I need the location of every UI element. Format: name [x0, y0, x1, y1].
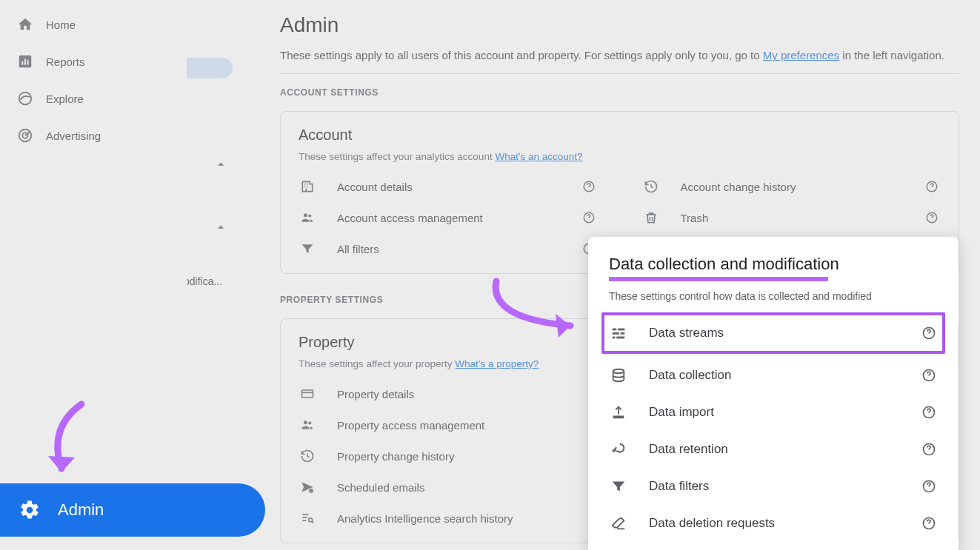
send-clock-icon	[299, 480, 316, 494]
truncated-nav-label: odifica...	[184, 275, 222, 287]
row-label: Data import	[649, 405, 920, 420]
svg-rect-29	[616, 337, 624, 339]
sidebar-item-explore[interactable]: Explore	[0, 80, 187, 117]
streams-icon	[609, 325, 628, 341]
svg-point-8	[304, 213, 307, 217]
trash-row[interactable]: Trash	[642, 202, 941, 233]
data-import-row[interactable]: Data import	[609, 394, 938, 431]
divider	[280, 73, 959, 74]
data-deletion-row[interactable]: Data deletion requests	[609, 505, 938, 542]
row-label: Data deletion requests	[649, 516, 920, 531]
svg-point-9	[308, 215, 311, 218]
row-label: Data filters	[649, 479, 920, 494]
row-label: Account access management	[337, 212, 580, 224]
svg-rect-24	[613, 329, 617, 331]
svg-rect-14	[302, 390, 313, 398]
help-icon[interactable]	[920, 405, 938, 420]
sidebar-item-reports[interactable]: Reports	[0, 43, 187, 80]
sidebar-item-admin[interactable]: Admin	[0, 483, 265, 537]
sidebar: Home Reports Explore Advertising	[0, 0, 187, 550]
history-icon	[642, 179, 660, 194]
database-icon	[609, 367, 628, 383]
row-label: Account change history	[681, 181, 924, 193]
svg-point-31	[613, 369, 624, 374]
svg-rect-27	[621, 332, 625, 335]
svg-rect-26	[613, 332, 619, 335]
svg-rect-1	[21, 61, 23, 65]
sidebar-item-advertising[interactable]: Advertising	[0, 117, 187, 154]
sidebar-item-label: Explore	[46, 93, 84, 105]
help-icon[interactable]	[923, 211, 941, 224]
help-icon[interactable]	[920, 442, 938, 457]
building-icon	[299, 179, 316, 194]
retention-icon	[609, 441, 628, 457]
account-card-title: Account	[299, 127, 941, 144]
page-description: These settings apply to all users of thi…	[280, 49, 959, 61]
trash-icon	[642, 210, 660, 225]
title-underline	[609, 277, 828, 281]
svg-point-17	[308, 422, 311, 425]
eraser-icon	[609, 515, 628, 531]
whats-a-property-link[interactable]: What's a property?	[455, 358, 539, 369]
sidebar-item-label: Home	[46, 19, 76, 31]
help-icon[interactable]	[920, 326, 938, 341]
filter-icon	[609, 478, 628, 494]
account-change-history-row[interactable]: Account change history	[642, 171, 941, 202]
chevron-up-icon[interactable]	[213, 220, 228, 235]
help-icon[interactable]	[920, 479, 938, 494]
account-card-description: These settings affect your analytics acc…	[299, 151, 941, 162]
active-pill-partial	[187, 58, 233, 78]
advertising-icon	[16, 127, 34, 144]
history-icon	[299, 449, 316, 463]
upload-icon	[609, 404, 628, 420]
card-icon	[299, 386, 316, 401]
explore-icon	[16, 90, 34, 107]
page-title: Admin	[280, 13, 959, 37]
popup-title: Data collection and modification	[609, 255, 839, 274]
row-label: Trash	[681, 212, 924, 224]
search-list-icon	[299, 511, 316, 526]
people-icon	[299, 210, 316, 225]
gear-icon	[18, 498, 41, 522]
data-collection-row[interactable]: Data collection	[609, 357, 938, 394]
my-preferences-link[interactable]: My preferences	[763, 49, 839, 61]
row-label: All filters	[337, 243, 580, 255]
help-icon[interactable]	[923, 180, 941, 193]
people-icon	[299, 417, 316, 432]
row-label: Account details	[337, 181, 580, 193]
svg-rect-3	[27, 60, 29, 64]
sidebar-item-home[interactable]: Home	[0, 6, 187, 43]
svg-rect-25	[618, 329, 624, 331]
svg-rect-2	[24, 58, 26, 64]
row-label: Data collection	[649, 368, 920, 383]
sidebar-item-label: Reports	[46, 56, 85, 68]
popup-description: These settings control how data is colle…	[609, 290, 938, 302]
admin-label: Admin	[58, 500, 104, 520]
svg-line-23	[312, 521, 314, 523]
help-icon[interactable]	[920, 368, 938, 383]
whats-an-account-link[interactable]: What's an account?	[495, 151, 582, 162]
row-label: Data streams	[649, 326, 920, 341]
sidebar-item-label: Advertising	[46, 130, 101, 142]
data-collection-popup: Data collection and modification These s…	[588, 237, 959, 550]
help-icon[interactable]	[920, 516, 938, 531]
data-filters-row[interactable]: Data filters	[609, 468, 938, 505]
account-access-row[interactable]: Account access management	[299, 202, 598, 233]
home-icon	[16, 16, 34, 33]
svg-point-16	[304, 420, 307, 424]
row-label: Data retention	[649, 442, 920, 457]
filter-icon	[299, 241, 316, 256]
account-settings-label: ACCOUNT SETTINGS	[280, 87, 959, 98]
data-retention-row[interactable]: Data retention	[609, 431, 938, 468]
reports-icon	[16, 53, 34, 70]
account-details-row[interactable]: Account details	[299, 171, 598, 202]
help-icon[interactable]	[580, 211, 598, 224]
all-filters-row[interactable]: All filters	[299, 233, 598, 264]
chevron-up-icon[interactable]	[213, 157, 228, 172]
svg-point-18	[309, 489, 314, 494]
data-streams-row[interactable]: Data streams	[601, 312, 945, 354]
help-icon[interactable]	[580, 180, 598, 193]
svg-rect-28	[613, 337, 616, 339]
